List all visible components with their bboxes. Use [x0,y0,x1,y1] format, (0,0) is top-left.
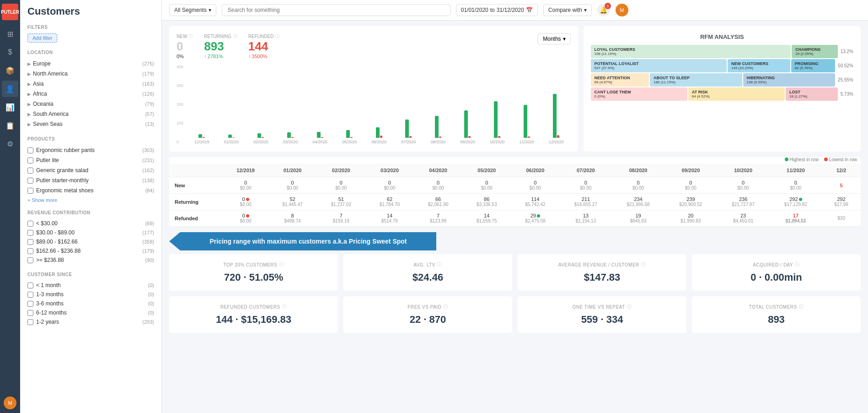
table-header: 06/2020 [511,164,559,177]
location-count: (275) [142,61,154,66]
customer-since-checkbox[interactable] [27,283,33,288]
table-cell-sub: $3,336.53 [468,202,505,207]
customer-since-checkbox[interactable] [27,292,33,298]
segment-select[interactable]: All Segments ▾ [169,4,216,16]
refunded-bar [321,137,323,138]
location-item[interactable]: ▶South America(57) [27,109,154,119]
customer-since-checkbox[interactable] [27,301,33,307]
table-card: Highest in row Lowest in row 12/201901/2… [169,157,861,227]
rfm-cell-sub: 0 (0%) [595,94,684,98]
returning-bar [317,132,321,138]
table-cell-sub: $488.74 [274,218,311,223]
rfm-cell[interactable]: NEW CUSTOMERS145 (10.23%) [728,59,790,72]
notification-button[interactable]: 🔔 5 [597,4,610,16]
customer-since-count: (0) [148,283,154,288]
rfm-cell[interactable]: HIBERNATING138 (9.53%) [743,73,836,87]
location-count: (79) [145,101,154,107]
add-filter-button[interactable]: Add filter [27,33,57,43]
product-checkbox[interactable] [27,158,33,163]
customer-since-item: 1-3 months(0) [27,290,154,299]
chevron-right-icon: ▶ [27,102,31,107]
sidebar-icon-products[interactable]: 📦 [2,62,18,79]
rfm-cell[interactable]: PROMISING82 (5.79%) [791,59,835,72]
revenue-item: >= $236.88(90) [27,255,154,265]
location-item[interactable]: ▶Asia(163) [27,79,154,89]
rfm-cell[interactable]: AT RISK64 (4.52%) [688,87,785,101]
returning-bar [405,120,409,138]
rfm-cell[interactable]: LOST18 (1.27%) [786,87,838,101]
search-input[interactable] [222,4,450,16]
product-checkbox[interactable] [27,178,33,184]
bar-group [483,68,512,138]
revenue-checkbox[interactable] [27,248,33,254]
table-cell-sub: $0.00 [565,185,606,190]
bar-group [246,68,275,138]
table-header: 10/2020 [717,164,770,177]
sidebar-icon-settings[interactable]: ⚙ [2,136,18,152]
new-stat: NEW ⓘ 0 0% [177,33,193,59]
sidebar-icon-orders[interactable]: $ [2,44,18,60]
table-cell: 0$0.00 [223,210,268,227]
product-checkbox[interactable] [27,168,33,174]
table-cell-sub: $1,094.53 [775,218,817,223]
customer-since-checkbox[interactable] [27,310,33,316]
table-cell: 0$0.00 [664,177,717,194]
chevron-down-icon: ▾ [209,7,211,13]
location-item[interactable]: ▶North America(179) [27,69,154,79]
metric-info-icon: ⓘ [795,261,800,268]
metric-info-icon: ⓘ [641,261,646,268]
metric-info-icon: ⓘ [443,304,448,310]
rfm-cell[interactable]: CANT LOSE THEM0 (0%) [591,87,687,101]
date-range[interactable]: 01/01/2020 to 31/12/2020 📅 [456,4,538,16]
sidebar-icon-customers[interactable]: 👤 [2,81,18,97]
show-more-products[interactable]: + Show more [27,197,154,203]
rfm-cell-title: CANT LOSE THEM [595,90,684,94]
rfm-cell-title: PROMISING [795,61,831,66]
table-cell-sub: $20,900.52 [670,202,712,207]
rfm-row-pct: 50.52% [838,63,853,68]
product-checkbox[interactable] [27,147,33,153]
sidebar-icon-dashboard[interactable]: ⊞ [2,26,18,42]
chart-x-label: 09/2020 [453,140,482,144]
customer-since-checkbox[interactable] [27,319,33,325]
table-cell: 62$1,784.70 [365,194,414,210]
months-button[interactable]: Months ▾ [538,33,570,44]
table-cell-sub: $0.00 [775,185,817,190]
rfm-cell[interactable]: ABOUT TO SLEEP188 (11.15%) [650,73,742,87]
customer-since-count: (293) [142,319,154,325]
rfm-cell[interactable]: NEED ATTENTION69 (4.87%) [591,73,649,87]
revenue-checkbox[interactable] [27,257,33,263]
notification-badge: 5 [605,3,611,9]
table-cell: $30 [822,210,861,227]
table-cell-sub: $123.99 [419,218,457,223]
product-name: Ergonomic metal shoes [36,187,93,194]
chart-x-label: 11/2020 [512,140,541,144]
user-avatar[interactable]: M [616,4,628,16]
location-item[interactable]: ▶Seven Seas(13) [27,119,154,129]
refunded-bar [380,136,382,138]
table-cell: 0$0.00 [462,177,511,194]
metric-label: ACQUIRED / DAY ⓘ [699,261,853,268]
bar-group [364,68,393,138]
product-item: Putler lite(231) [27,155,154,165]
location-item[interactable]: ▶Africa(126) [27,89,154,99]
compare-button[interactable]: Compare with ▾ [543,4,592,16]
revenue-checkbox[interactable] [27,221,33,227]
rfm-cell[interactable]: LOYAL CUSTOMERS158 (11.15%) [591,45,791,58]
revenue-checkbox[interactable] [27,230,33,236]
metric-value: $24.46 [351,272,505,283]
rfm-cell[interactable]: POTENTIAL LOYALIST537 (37.9%) [591,59,727,72]
revenue-checkbox[interactable] [27,239,33,245]
sidebar-icon-analytics[interactable]: 📊 [2,99,18,115]
rfm-cell[interactable]: CHAMPIONS29 (2.05%) [792,45,837,58]
table-cell-sub: $159.19 [322,218,360,223]
product-checkbox[interactable] [27,188,33,194]
location-item[interactable]: ▶Oceania(79) [27,99,154,109]
rfm-cell-sub: 158 (11.15%) [595,52,788,56]
metric-value: 559 · 334 [525,314,679,326]
location-item[interactable]: ▶Europe(275) [27,59,154,69]
bar-group [453,68,482,138]
sidebar-icon-reports[interactable]: 📋 [2,117,18,134]
table-cell-sub: $0.00 [468,185,505,190]
sidebar-user-avatar[interactable]: M [4,397,16,409]
